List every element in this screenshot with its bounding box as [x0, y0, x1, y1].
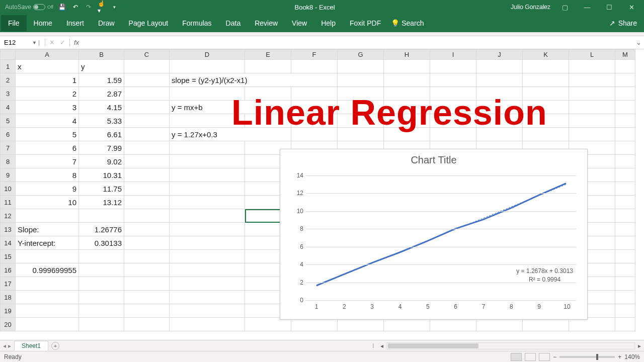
view-normal-icon[interactable]: [511, 353, 522, 361]
cell-B3[interactable]: 2.87: [79, 87, 124, 101]
cell-M8[interactable]: [615, 155, 635, 168]
cell-C2[interactable]: [124, 73, 170, 87]
cell-G4[interactable]: [338, 101, 384, 114]
tab-file[interactable]: File: [1, 15, 27, 31]
cell-F6[interactable]: [291, 128, 338, 141]
cell-L3[interactable]: [569, 87, 615, 101]
cell-H5[interactable]: [384, 114, 430, 128]
cell-F1[interactable]: [291, 60, 338, 73]
cell-I1[interactable]: [430, 60, 476, 73]
scroll-track[interactable]: [386, 342, 635, 349]
row-header-8[interactable]: 8: [1, 155, 16, 168]
cell-M2[interactable]: [615, 73, 635, 87]
autosave-toggle[interactable]: AutoSave Off: [5, 4, 53, 11]
cell-H4[interactable]: [384, 101, 430, 114]
row-header-14[interactable]: 14: [1, 236, 16, 250]
row-header-4[interactable]: 4: [1, 101, 16, 114]
cell-L5[interactable]: [569, 114, 615, 128]
tab-draw[interactable]: Draw: [91, 15, 122, 31]
cell-L6[interactable]: [569, 128, 615, 141]
cell-M11[interactable]: [615, 196, 635, 209]
col-header-G[interactable]: G: [338, 50, 384, 60]
cell-E1[interactable]: [245, 60, 291, 73]
cell-A7[interactable]: 6: [16, 141, 79, 155]
cell-D11[interactable]: [170, 196, 245, 209]
row-header-1[interactable]: 1: [1, 60, 16, 73]
cell-A10[interactable]: 9: [16, 182, 79, 196]
row-header-5[interactable]: 5: [1, 114, 16, 128]
cell-A9[interactable]: 8: [16, 168, 79, 182]
add-sheet-button[interactable]: +: [51, 342, 59, 350]
col-header-J[interactable]: J: [476, 50, 523, 60]
cell-D15[interactable]: [170, 250, 245, 263]
row-header-9[interactable]: 9: [1, 168, 16, 182]
close-icon[interactable]: ✕: [624, 4, 639, 11]
save-icon[interactable]: 💾: [58, 3, 66, 11]
cell-E5[interactable]: [245, 114, 291, 128]
cell-A15[interactable]: [16, 250, 79, 263]
cell-A1[interactable]: x: [16, 60, 79, 73]
cell-K3[interactable]: [523, 87, 569, 101]
tell-me-search[interactable]: 💡 Search: [391, 19, 424, 27]
cell-G1[interactable]: [338, 60, 384, 73]
cell-D13[interactable]: [170, 223, 245, 236]
col-header-B[interactable]: B: [79, 50, 124, 60]
cell-C3[interactable]: [124, 87, 170, 101]
cell-M4[interactable]: [615, 101, 635, 114]
cell-D7[interactable]: [170, 141, 245, 155]
cell-B16[interactable]: [79, 263, 124, 277]
cell-C17[interactable]: [124, 277, 170, 291]
cell-D9[interactable]: [170, 168, 245, 182]
cell-C16[interactable]: [124, 263, 170, 277]
cell-A6[interactable]: 5: [16, 128, 79, 141]
row-header-17[interactable]: 17: [1, 277, 16, 291]
cell-C5[interactable]: [124, 114, 170, 128]
undo-icon[interactable]: ↶: [71, 3, 79, 11]
cell-A3[interactable]: 2: [16, 87, 79, 101]
cell-K5[interactable]: [523, 114, 569, 128]
cell-J6[interactable]: [476, 128, 523, 141]
cell-B20[interactable]: [79, 318, 124, 331]
row-header-10[interactable]: 10: [1, 182, 16, 196]
row-header-19[interactable]: 19: [1, 304, 16, 318]
cell-B7[interactable]: 7.99: [79, 141, 124, 155]
row-header-7[interactable]: 7: [1, 141, 16, 155]
cell-M14[interactable]: [615, 236, 635, 250]
cell-A20[interactable]: [16, 318, 79, 331]
name-box[interactable]: E12 ▼ │: [0, 39, 45, 46]
scroll-right-icon[interactable]: ▸: [635, 342, 644, 349]
col-header-F[interactable]: F: [291, 50, 338, 60]
cell-B10[interactable]: 11.75: [79, 182, 124, 196]
cell-J3[interactable]: [476, 87, 523, 101]
cell-A8[interactable]: 7: [16, 155, 79, 168]
cell-D16[interactable]: [170, 263, 245, 277]
cell-I3[interactable]: [430, 87, 476, 101]
cell-D20[interactable]: [170, 318, 245, 331]
cell-D3[interactable]: [170, 87, 245, 101]
cell-C7[interactable]: [124, 141, 170, 155]
cell-F4[interactable]: [291, 101, 338, 114]
cell-A11[interactable]: 10: [16, 196, 79, 209]
col-header-I[interactable]: I: [430, 50, 476, 60]
embedded-chart[interactable]: Chart Title 0246810121412345678910 y = 1…: [280, 149, 588, 320]
row-header-18[interactable]: 18: [1, 291, 16, 304]
cell-G6[interactable]: [338, 128, 384, 141]
cell-M7[interactable]: [615, 141, 635, 155]
tab-scroll-right-icon[interactable]: ▸: [8, 342, 11, 349]
cell-J1[interactable]: [476, 60, 523, 73]
cell-E3[interactable]: [245, 87, 291, 101]
cell-C8[interactable]: [124, 155, 170, 168]
cell-C10[interactable]: [124, 182, 170, 196]
cell-C15[interactable]: [124, 250, 170, 263]
row-header-20[interactable]: 20: [1, 318, 16, 331]
cell-L2[interactable]: [569, 73, 615, 87]
cell-G5[interactable]: [338, 114, 384, 128]
cell-B1[interactable]: y: [79, 60, 124, 73]
cell-D18[interactable]: [170, 291, 245, 304]
cell-C19[interactable]: [124, 304, 170, 318]
account-name[interactable]: Julio Gonzalez: [511, 4, 550, 11]
cell-C4[interactable]: [124, 101, 170, 114]
cell-I2[interactable]: [430, 73, 476, 87]
cell-D8[interactable]: [170, 155, 245, 168]
cell-M6[interactable]: [615, 128, 635, 141]
